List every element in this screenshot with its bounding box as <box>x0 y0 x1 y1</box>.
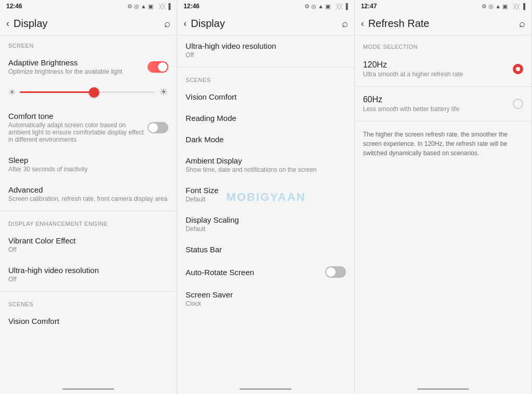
radio-60hz[interactable] <box>513 99 523 109</box>
photo-icon-1: ▣ <box>148 3 153 10</box>
advanced-sub: Screen calibration, refresh rate, front … <box>8 195 168 202</box>
p2-display-scaling[interactable]: Display Scaling Default <box>177 209 354 239</box>
status-icons-2: ⚙ ◎ ▲ ▣ ╳╳ ▐ <box>304 3 348 10</box>
p2-status-bar[interactable]: Status Bar <box>177 239 354 260</box>
app-container: 12:46 ⚙ ◎ ▲ ▣ ╳╳ ▐ ‹ Display ⌕ SCREEN Ad… <box>0 0 532 394</box>
header-1: ‹ Display ⌕ <box>0 12 177 35</box>
brightness-slider-row: ☀ ☀ <box>0 81 177 105</box>
comfort-tone-row[interactable]: Comfort tone Automatically adapt screen … <box>0 105 177 150</box>
ultra-video-top-sub: Off <box>185 51 345 59</box>
battery-icon-1: ▲ <box>141 3 147 9</box>
p2-ambient-display[interactable]: Ambient Display Show time, date and noti… <box>177 150 354 180</box>
p2-reading-mode[interactable]: Reading Mode <box>177 107 354 129</box>
photo-icon-3: ▣ <box>502 3 508 10</box>
p2-dark-mode[interactable]: Dark Mode <box>177 129 354 150</box>
divider-p2-1 <box>177 67 354 67</box>
home-bar-line-3 <box>417 388 469 390</box>
option-60hz[interactable]: 60Hz Less smooth with better battery lif… <box>355 89 531 119</box>
home-bar-line-2 <box>240 388 291 390</box>
sleep-sub: After 30 seconds of inactivity <box>8 166 168 173</box>
p2-ambient-display-sub: Show time, date and notifications on the… <box>185 166 345 173</box>
p2-screen-saver[interactable]: Screen Saver Clock <box>177 284 354 314</box>
content-2: Ultra-high video resolution Off SCENES V… <box>177 35 354 384</box>
panel-display-2: 12:46 ⚙ ◎ ▲ ▣ ╳╳ ▐ ‹ Display ⌕ Ultra-hig… <box>177 0 354 394</box>
content-3: MODE SELECTION 120Hz Ultra smooth at a h… <box>355 35 531 384</box>
ultra-high-video-sub: Off <box>8 276 168 283</box>
scenes-label-p2: SCENES <box>177 70 354 86</box>
status-icons-1: ⚙ ◎ ▲ ▣ ╳╳ ▐ <box>127 3 171 10</box>
option-120hz-title: 120Hz <box>363 60 513 70</box>
p2-font-size-title: Font Size <box>185 186 345 195</box>
radio-120hz[interactable] <box>513 64 523 74</box>
page-title-3: Refresh Rate <box>368 18 519 30</box>
back-button-2[interactable]: ‹ <box>183 18 187 29</box>
p2-screen-saver-title: Screen Saver <box>185 290 345 299</box>
signal-icon-2: ╳╳ <box>336 4 342 9</box>
p2-display-scaling-title: Display Scaling <box>185 215 345 224</box>
ultra-video-top-title: Ultra-high video resolution <box>185 42 345 50</box>
gear-icon-1: ⚙ <box>127 3 132 10</box>
p2-reading-mode-title: Reading Mode <box>185 114 345 123</box>
vibrant-color-title: Vibrant Color Effect <box>8 236 168 245</box>
panel-display-1: 12:46 ⚙ ◎ ▲ ▣ ╳╳ ▐ ‹ Display ⌕ SCREEN Ad… <box>0 0 177 394</box>
auto-rotate-toggle[interactable] <box>325 266 346 278</box>
divider-2 <box>0 291 177 292</box>
back-button-3[interactable]: ‹ <box>361 18 364 29</box>
adaptive-brightness-title: Adaptive Brightness <box>8 58 148 67</box>
ultra-video-top-row[interactable]: Ultra-high video resolution Off <box>177 35 354 65</box>
comfort-tone-toggle[interactable] <box>148 122 168 133</box>
status-bar-1: 12:46 ⚙ ◎ ▲ ▣ ╳╳ ▐ <box>0 0 177 12</box>
header-2: ‹ Display ⌕ <box>177 12 354 35</box>
status-time-2: 12:46 <box>183 3 200 10</box>
brightness-thumb[interactable] <box>89 87 99 98</box>
brightness-high-icon: ☀ <box>159 86 168 98</box>
signal-icon-1: ╳╳ <box>159 4 165 9</box>
vision-comfort-row[interactable]: Vision Comfort <box>0 310 177 332</box>
shield-icon-3: ◎ <box>488 3 494 10</box>
search-icon-3[interactable]: ⌕ <box>519 18 525 30</box>
p2-vision-comfort[interactable]: Vision Comfort <box>177 86 354 107</box>
mode-selection-label: MODE SELECTION <box>355 35 531 54</box>
search-icon-2[interactable]: ⌕ <box>342 18 348 30</box>
status-time-1: 12:46 <box>6 3 22 10</box>
home-bar-2 <box>177 384 354 394</box>
vibrant-color-row[interactable]: Vibrant Color Effect Off <box>0 230 177 260</box>
signal-icon-3: ╳╳ <box>513 4 520 9</box>
brightness-low-icon: ☀ <box>8 87 16 97</box>
option-120hz-sub: Ultra smooth at a higher refresh rate <box>363 71 513 78</box>
status-icons-3: ⚙ ◎ ▲ ▣ ╳╳ ▐ <box>482 3 525 10</box>
p2-display-scaling-sub: Default <box>185 225 345 233</box>
divider-1 <box>0 211 177 211</box>
p2-ambient-display-title: Ambient Display <box>185 156 345 165</box>
sleep-row[interactable]: Sleep After 30 seconds of inactivity <box>0 150 177 179</box>
p2-status-bar-title: Status Bar <box>185 245 345 254</box>
brightness-track[interactable] <box>20 91 155 93</box>
advanced-title: Advanced <box>8 185 168 194</box>
option-60hz-title: 60Hz <box>363 95 513 104</box>
page-title-2: Display <box>191 18 341 30</box>
p2-screen-saver-sub: Clock <box>185 300 345 307</box>
ultra-high-video-title: Ultra-high video resolution <box>8 266 168 275</box>
photo-icon-2: ▣ <box>325 3 330 10</box>
p2-auto-rotate[interactable]: Auto-Rotate Screen <box>177 260 354 284</box>
p2-font-size-sub: Default <box>185 196 345 203</box>
ultra-high-video-row[interactable]: Ultra-high video resolution Off <box>0 260 177 289</box>
home-bar-line-1 <box>62 388 114 390</box>
search-icon-1[interactable]: ⌕ <box>164 18 170 30</box>
gear-icon-2: ⚙ <box>304 3 310 10</box>
vision-comfort-title: Vision Comfort <box>8 317 168 325</box>
status-time-3: 12:47 <box>361 3 377 10</box>
p2-font-size[interactable]: Font Size Default <box>177 180 354 209</box>
status-bar-2: 12:46 ⚙ ◎ ▲ ▣ ╳╳ ▐ <box>177 0 354 12</box>
battery-icon-3: ▲ <box>495 3 501 9</box>
adaptive-brightness-toggle[interactable] <box>148 61 168 73</box>
vibrant-color-sub: Off <box>8 246 168 253</box>
advanced-row[interactable]: Advanced Screen calibration, refresh rat… <box>0 179 177 209</box>
p2-dark-mode-title: Dark Mode <box>185 135 345 144</box>
back-button-1[interactable]: ‹ <box>6 18 9 29</box>
home-bar-1 <box>0 384 177 394</box>
option-120hz[interactable]: 120Hz Ultra smooth at a higher refresh r… <box>355 54 531 84</box>
section-label-scenes: SCENES <box>0 294 177 310</box>
adaptive-brightness-row[interactable]: Adaptive Brightness Optimize brightness … <box>0 52 177 81</box>
gear-icon-3: ⚙ <box>482 3 487 10</box>
